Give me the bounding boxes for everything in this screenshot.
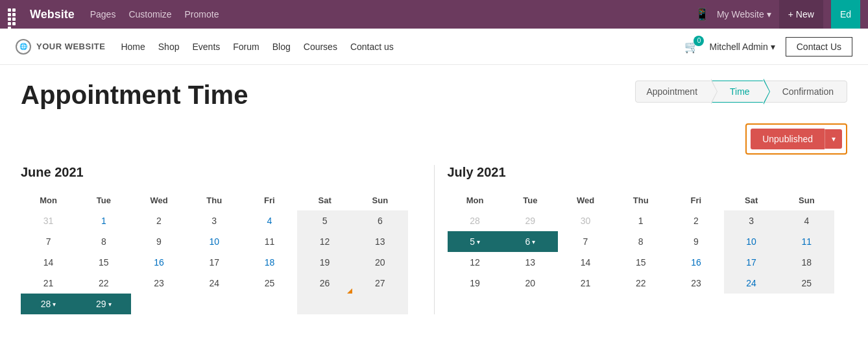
day-cell[interactable]: 7 — [21, 231, 76, 252]
day-cell[interactable]: 12 — [448, 252, 503, 273]
cart-icon[interactable]: 🛒 0 — [684, 40, 699, 54]
nav-contact[interactable]: Contact us — [350, 42, 394, 52]
day-cell[interactable]: 7 — [558, 231, 613, 252]
table-row: 5 ▾ 6 ▾ 7 8 9 10 11 — [448, 231, 835, 252]
day-cell[interactable]: 10 — [187, 231, 242, 252]
day-cell[interactable]: 9 — [668, 231, 723, 252]
new-button[interactable]: + New — [779, 0, 823, 29]
day-cell[interactable]: 12 — [297, 231, 352, 252]
day-cell[interactable]: 16 — [668, 252, 723, 273]
day-cell[interactable]: 9 — [131, 231, 186, 252]
chevron-down-icon: ▾ — [771, 42, 775, 52]
day-cell[interactable]: 21 — [21, 273, 76, 294]
day-cell[interactable]: 25 — [242, 273, 297, 294]
col-thu: Thu — [187, 190, 242, 210]
top-bar: Website Pages Customize Promote 📱 My Web… — [0, 0, 868, 29]
step-confirmation[interactable]: Confirmation — [764, 81, 847, 103]
step-time[interactable]: Time — [711, 81, 764, 103]
day-cell[interactable]: 13 — [503, 252, 558, 273]
day-cell[interactable]: 3 — [724, 210, 779, 231]
day-cell[interactable]: 4 — [242, 210, 297, 231]
admin-dropdown[interactable]: Mitchell Admin ▾ — [709, 42, 775, 52]
day-cell[interactable]: 10 — [724, 231, 779, 252]
day-cell[interactable]: 31 — [21, 210, 76, 231]
mobile-icon[interactable]: 📱 — [695, 7, 709, 21]
col-sat: Sat — [297, 190, 352, 210]
day-cell[interactable]: 8 — [76, 231, 131, 252]
day-cell[interactable]: 11 — [779, 231, 834, 252]
day-cell[interactable]: 22 — [613, 273, 668, 294]
day-cell[interactable]: 25 — [779, 273, 834, 294]
nav-home[interactable]: Home — [121, 42, 145, 52]
day-cell[interactable]: 1 — [76, 210, 131, 231]
my-website-dropdown[interactable]: My Website ▾ — [717, 9, 771, 19]
day-cell[interactable]: 5 ▾ — [448, 231, 503, 252]
admin-name: Mitchell Admin — [709, 42, 767, 52]
day-cell[interactable]: 13 — [352, 231, 407, 252]
day-cell[interactable]: 3 — [187, 210, 242, 231]
day-cell[interactable]: 26 — [297, 273, 352, 294]
day-cell[interactable]: 24 — [187, 273, 242, 294]
day-cell[interactable]: 28 ▾ 29 ▾ — [21, 294, 131, 314]
nav-shop[interactable]: Shop — [158, 42, 180, 52]
day-cell[interactable]: 18 — [242, 252, 297, 273]
day-cell[interactable]: 24 — [724, 273, 779, 294]
contact-us-button[interactable]: Contact Us — [786, 37, 852, 56]
page-title: Appointment Time — [21, 81, 248, 110]
top-bar-right: 📱 My Website ▾ + New Ed — [695, 0, 860, 29]
day-cell[interactable]: 15 — [613, 252, 668, 273]
day-cell[interactable]: 1 — [613, 210, 668, 231]
step-appointment[interactable]: Appointment — [635, 81, 711, 103]
day-cell[interactable]: 20 — [352, 252, 407, 273]
day-cell[interactable]: 22 — [76, 273, 131, 294]
day-cell[interactable]: 14 — [558, 252, 613, 273]
day-cell[interactable]: 29 — [503, 210, 558, 231]
teal-day-29[interactable]: 29 ▾ — [76, 294, 131, 314]
day-cell[interactable]: 19 — [297, 252, 352, 273]
nav-blog[interactable]: Blog — [272, 42, 291, 52]
day-cell[interactable]: 14 — [21, 252, 76, 273]
day-cell[interactable]: 16 — [131, 252, 186, 273]
logo-circle: 🌐 — [16, 39, 31, 55]
col-tue: Tue — [503, 190, 558, 210]
unpublished-button[interactable]: Unpublished — [751, 129, 825, 149]
nav-forum[interactable]: Forum — [233, 42, 259, 52]
day-cell[interactable]: 30 — [558, 210, 613, 231]
day-cell[interactable]: 8 — [613, 231, 668, 252]
day-cell[interactable]: 5 — [297, 210, 352, 231]
day-cell[interactable]: 15 — [76, 252, 131, 273]
day-cell[interactable]: 6 — [352, 210, 407, 231]
pages-link[interactable]: Pages — [90, 9, 116, 19]
grid-icon[interactable] — [8, 8, 19, 20]
day-cell[interactable]: 2 — [668, 210, 723, 231]
teal-day-28[interactable]: 28 ▾ — [21, 294, 76, 314]
day-cell[interactable]: 21 — [558, 273, 613, 294]
day-cell[interactable]: 19 — [448, 273, 503, 294]
nav-courses[interactable]: Courses — [304, 42, 337, 52]
day-cell[interactable]: 2 — [131, 210, 186, 231]
day-cell[interactable]: 17 — [187, 252, 242, 273]
day-cell — [297, 294, 352, 314]
top-nav: Pages Customize Promote — [90, 9, 219, 19]
unpublished-dropdown-button[interactable]: ▾ — [825, 129, 842, 149]
customize-link[interactable]: Customize — [128, 9, 171, 19]
day-cell[interactable]: 4 — [779, 210, 834, 231]
promote-link[interactable]: Promote — [185, 9, 219, 19]
day-cell[interactable]: 23 — [668, 273, 723, 294]
calendars-container: June 2021 Mon Tue Wed Thu Fri Sat Sun — [21, 165, 847, 314]
edit-button[interactable]: Ed — [831, 0, 860, 29]
day-cell[interactable]: 20 — [503, 273, 558, 294]
table-row: 14 15 16 17 18 19 20 — [21, 252, 408, 273]
calendar-divider — [434, 165, 435, 314]
day-cell[interactable]: 11 — [242, 231, 297, 252]
day-cell[interactable]: 27 — [352, 273, 407, 294]
col-sun: Sun — [352, 190, 407, 210]
day-cell — [242, 294, 297, 314]
day-cell[interactable]: 18 — [779, 252, 834, 273]
nav-events[interactable]: Events — [192, 42, 220, 52]
day-cell[interactable]: 17 — [724, 252, 779, 273]
steps-container: Appointment Time Confirmation — [635, 81, 847, 103]
day-cell[interactable]: 28 — [448, 210, 503, 231]
day-cell[interactable]: 23 — [131, 273, 186, 294]
day-cell[interactable]: 6 ▾ — [503, 231, 558, 252]
